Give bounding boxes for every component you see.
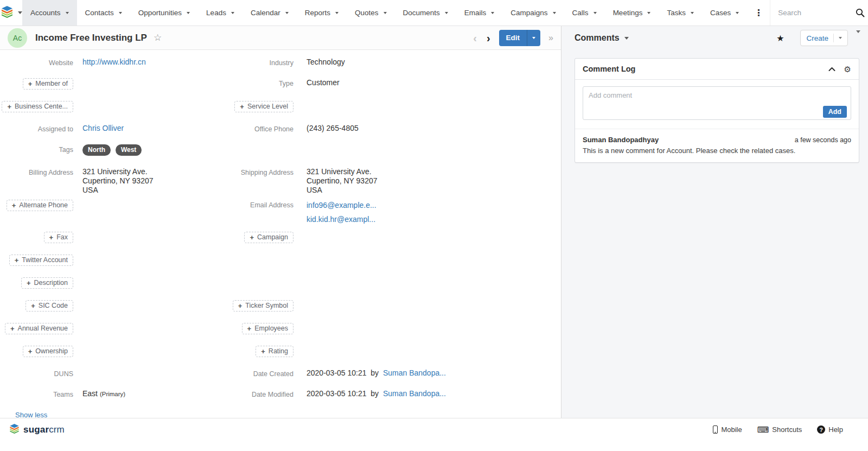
nav-item-emails[interactable]: Emails (456, 0, 503, 26)
add-twitter-button[interactable]: + Twitter Account (9, 255, 73, 266)
gear-icon[interactable]: ⚙ (844, 65, 851, 73)
caret-down-icon (285, 12, 289, 14)
comments-dropdown[interactable]: Comments (575, 33, 629, 43)
add-sic-code-button[interactable]: + SIC Code (25, 300, 73, 312)
nav-item-label: Quotes (355, 9, 379, 17)
add-business-center-button[interactable]: + Business Cente... (2, 101, 73, 112)
created-by-user-link[interactable]: Suman Bandopa... (383, 369, 446, 377)
caret-down-icon (445, 12, 448, 14)
comments-panel-header: Comments ★ Create (561, 26, 868, 50)
mobile-phone-icon (713, 425, 718, 434)
plus-icon: + (247, 325, 252, 332)
add-annual-revenue-button[interactable]: + Annual Revenue (5, 323, 73, 334)
footer-help-link[interactable]: ? Help (817, 425, 843, 434)
assigned-to-link[interactable]: Chris Olliver (82, 124, 124, 132)
date-created-label: Date Created (212, 369, 293, 378)
nav-item-tasks[interactable]: Tasks (659, 0, 702, 26)
home-logo-button[interactable] (0, 0, 22, 26)
tag-pill[interactable]: West (116, 144, 142, 156)
nav-item-quotes[interactable]: Quotes (347, 0, 395, 26)
add-description-button[interactable]: + Description (21, 277, 73, 289)
add-comment-textarea[interactable] (583, 86, 851, 120)
create-button[interactable]: Create (800, 30, 848, 46)
field-row: + Annual Revenue + Employees (0, 323, 561, 334)
next-record-button[interactable]: › (487, 33, 490, 43)
caret-down-icon (335, 12, 339, 14)
previous-record-button[interactable]: ‹ (473, 33, 477, 43)
add-ticker-symbol-button[interactable]: + Ticker Symbol (233, 300, 293, 312)
expand-panel-icon[interactable]: » (548, 33, 553, 43)
nav-item-label: Leads (206, 9, 226, 17)
footer-shortcuts-link[interactable]: ⌨ Shortcuts (757, 425, 802, 434)
add-comment-button[interactable]: Add (823, 106, 847, 118)
nav-item-calls[interactable]: Calls (564, 0, 605, 26)
record-title: Income Free Investing LP (35, 33, 147, 43)
tag-pill[interactable]: North (82, 144, 111, 156)
edit-dropdown-button[interactable] (527, 30, 540, 46)
help-question-icon: ? (817, 425, 825, 434)
add-service-level-button[interactable]: + Service Level (234, 101, 293, 112)
caret-down-icon (18, 11, 22, 14)
comment-log-title: Comment Log (583, 65, 635, 73)
search-icon[interactable] (850, 8, 868, 17)
website-link[interactable]: http://www.kidhr.cn (82, 58, 146, 66)
add-alternate-phone-button[interactable]: + Alternate Phone (7, 200, 73, 211)
email-link[interactable]: info96@example.e... (307, 200, 561, 211)
nav-item-accounts[interactable]: Accounts (22, 0, 77, 26)
show-less-link[interactable]: Show less (15, 411, 47, 418)
edit-split-button: Edit (499, 30, 541, 46)
shipping-address-label: Shipping Address (212, 167, 293, 176)
nav-item-contacts[interactable]: Contacts (77, 0, 130, 26)
nav-item-campaigns[interactable]: Campaigns (502, 0, 564, 26)
footer-mobile-link[interactable]: Mobile (713, 425, 742, 434)
nav-item-leads[interactable]: Leads (198, 0, 242, 26)
nav-item-opportunities[interactable]: Opportunities (130, 0, 198, 26)
nav-item-reports[interactable]: Reports (297, 0, 347, 26)
nav-item-meetings[interactable]: Meetings (605, 0, 659, 26)
add-member-of-button[interactable]: + Member of (23, 78, 73, 90)
top-nav-bar: Accounts Contacts Opportunities Leads Ca… (0, 0, 868, 26)
nav-item-label: Accounts (30, 9, 61, 17)
dashboard-favorite-star-icon[interactable]: ★ (776, 33, 784, 43)
shipping-address-value: 321 University Ave. Cupertino, NY 93207 … (293, 167, 561, 195)
industry-label: Industry (212, 58, 293, 67)
divider (833, 34, 834, 42)
add-fax-button[interactable]: + Fax (44, 232, 73, 243)
email-link[interactable]: kid.kid.hr@exampl... (307, 214, 561, 225)
field-row: Billing Address 321 University Ave. Cupe… (0, 167, 561, 195)
field-row: + Alternate Phone Email Address info96@e… (0, 200, 561, 228)
nav-item-cases[interactable]: Cases (702, 0, 747, 26)
search-input[interactable] (778, 9, 850, 17)
teams-label: Teams (0, 389, 73, 398)
add-employees-button[interactable]: + Employees (242, 323, 293, 334)
comments-title: Comments (575, 33, 620, 43)
nav-more-menu-button[interactable]: ⋮ (747, 0, 770, 26)
office-phone-value: (243) 265-4805 (293, 124, 561, 132)
plus-icon: + (28, 348, 33, 355)
edit-button[interactable]: Edit (499, 30, 527, 46)
favorite-star-icon[interactable]: ☆ (154, 32, 162, 43)
nav-item-label: Contacts (85, 9, 114, 17)
type-label: Type (212, 78, 293, 87)
sugarcrm-footer-logo[interactable]: sugarcrm (9, 424, 65, 436)
collapse-dashlet-icon[interactable] (828, 67, 835, 72)
add-ownership-button[interactable]: + Ownership (23, 346, 73, 357)
plus-icon: + (238, 302, 242, 309)
panel-menu-caret-icon[interactable] (856, 33, 860, 43)
brand-text-sugar: sugar (23, 424, 49, 435)
caret-down-icon (119, 12, 122, 14)
modified-by-user-link[interactable]: Suman Bandopa... (383, 389, 446, 398)
office-phone-label: Office Phone (212, 124, 293, 133)
nav-item-calendar[interactable]: Calendar (242, 0, 297, 26)
billing-address-label: Billing Address (0, 167, 73, 176)
comments-dashboard: Comment Log ⚙ Add Suman (561, 50, 868, 418)
add-campaign-button[interactable]: + Campaign (244, 232, 293, 243)
nav-item-label: Documents (403, 9, 440, 17)
caret-down-icon (187, 12, 190, 14)
keyboard-icon: ⌨ (757, 425, 769, 434)
brand-text-crm: crm (49, 424, 64, 435)
nav-item-documents[interactable]: Documents (395, 0, 456, 26)
sugarcrm-app: Accounts Contacts Opportunities Leads Ca… (0, 0, 868, 451)
industry-value: Technology (293, 58, 561, 66)
add-rating-button[interactable]: + Rating (256, 346, 293, 357)
